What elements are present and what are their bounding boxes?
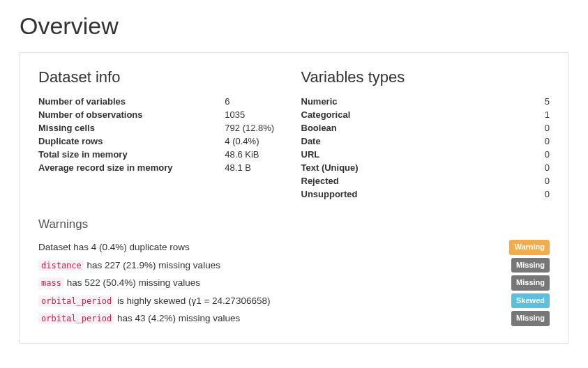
table-row: Text (Unique)0 [301,161,550,174]
vartype-label: Unsupported [301,187,534,201]
overview-panel: Dataset info Number of variables6Number … [20,52,568,344]
vartype-value: 0 [533,135,550,148]
vartype-value: 5 [533,95,550,108]
warnings-title: Warnings [38,217,550,231]
vartype-label: Text (Unique) [301,161,534,174]
vartype-label: Boolean [301,121,534,135]
table-row: Missing cells792 (12.8%) [38,121,287,135]
dataset-info-col: Dataset info Number of variables6Number … [38,68,287,201]
table-row: Average record size in memory48.1 B [38,161,287,174]
vartype-value: 0 [533,187,550,201]
warning-message: has 43 (4.2%) missing values [114,313,240,323]
dataset-info-label: Total size in memory [38,148,225,161]
dataset-info-label: Duplicate rows [38,135,225,148]
warning-message: has 227 (21.9%) missing values [84,260,220,270]
vartype-label: Numeric [301,95,534,108]
vartype-value: 0 [533,148,550,161]
table-row: Categorical1 [301,108,550,121]
table-row: Total size in memory48.6 KiB [38,148,287,161]
dataset-info-label: Average record size in memory [38,161,225,174]
dataset-info-table: Number of variables6Number of observatio… [38,95,287,174]
warning-message: Dataset has 4 (0.4%) duplicate rows [38,242,190,252]
status-badge: Missing [511,258,550,273]
variable-types-table: Numeric5Categorical1Boolean0Date0URL0Tex… [301,95,550,201]
warnings-list: Dataset has 4 (0.4%) duplicate rowsWarni… [38,238,550,328]
dataset-info-value: 1035 [225,108,287,121]
variable-code: orbital_period [38,313,114,324]
table-row: Number of variables6 [38,95,287,108]
vartype-label: Categorical [301,108,534,121]
vartype-value: 0 [533,174,550,187]
status-badge: Skewed [511,293,550,309]
table-row: Unsupported0 [301,187,550,201]
warning-text: mass has 522 (50.4%) missing values [38,275,511,291]
vartype-value: 0 [533,161,550,174]
dataset-info-value: 792 (12.8%) [225,121,287,135]
table-row: Boolean0 [301,121,550,135]
dataset-info-label: Number of variables [38,95,225,108]
dataset-info-label: Missing cells [38,121,225,135]
warning-message: has 522 (50.4%) missing values [64,277,200,288]
warning-text: orbital_period is highly skewed (γ1 = 24… [38,293,511,309]
warning-row: orbital_period is highly skewed (γ1 = 24… [38,292,550,310]
status-badge: Warning [509,240,550,255]
table-row: Duplicate rows4 (0.4%) [38,135,287,148]
status-badge: Missing [511,311,550,326]
dataset-info-value: 48.1 B [225,161,287,174]
variable-types-title: Variables types [301,68,550,86]
table-row: Numeric5 [301,95,550,108]
vartype-label: Rejected [301,174,534,187]
vartype-label: Date [301,135,534,148]
warning-row: Dataset has 4 (0.4%) duplicate rowsWarni… [38,238,550,256]
dataset-info-value: 4 (0.4%) [225,135,287,148]
variable-code: orbital_period [38,296,114,307]
dataset-info-value: 6 [225,95,287,108]
dataset-info-label: Number of observations [38,108,225,121]
variable-types-col: Variables types Numeric5Categorical1Bool… [301,68,550,201]
table-row: Date0 [301,135,550,148]
warning-text: distance has 227 (21.9%) missing values [38,258,511,273]
dataset-info-title: Dataset info [38,68,287,86]
table-row: Number of observations1035 [38,108,287,121]
warning-message: is highly skewed (γ1 = 24.27306658) [114,296,270,306]
vartype-value: 0 [533,121,550,135]
warning-row: distance has 227 (21.9%) missing valuesM… [38,256,550,275]
table-row: Rejected0 [301,174,550,187]
warning-text: orbital_period has 43 (4.2%) missing val… [38,311,511,326]
warning-text: Dataset has 4 (0.4%) duplicate rows [38,240,509,255]
status-badge: Missing [511,275,550,291]
vartype-value: 1 [533,108,550,121]
warning-row: mass has 522 (50.4%) missing valuesMissi… [38,274,550,292]
dataset-info-value: 48.6 KiB [225,148,287,161]
vartype-label: URL [301,148,534,161]
warning-row: orbital_period has 43 (4.2%) missing val… [38,309,550,328]
page-title: Overview [20,13,568,40]
table-row: URL0 [301,148,550,161]
variable-code: mass [38,277,64,289]
variable-code: distance [38,260,84,271]
